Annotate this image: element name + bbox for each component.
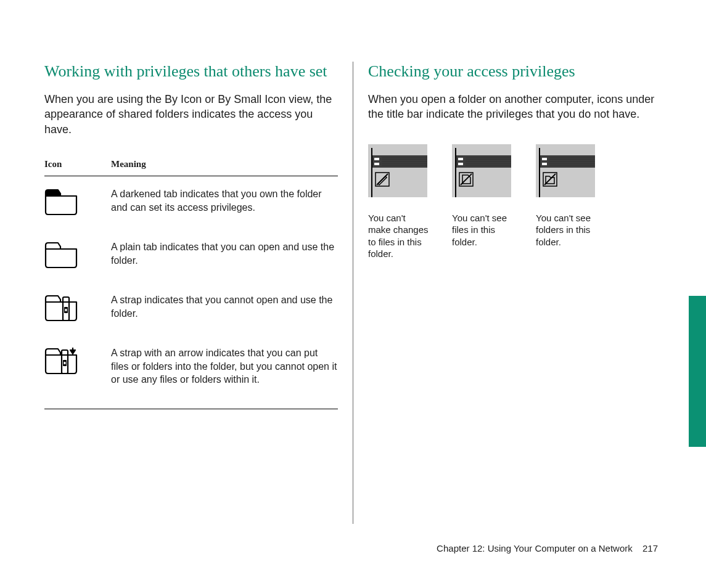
table-row: A strap indicates that you cannot open a…: [44, 282, 338, 335]
table-row: A darkened tab indicates that you own th…: [44, 176, 338, 230]
meaning-cell: A plain tab indicates that you can open …: [111, 229, 338, 282]
privilege-caption: You can't see files in this folder.: [452, 212, 514, 248]
svg-rect-2: [65, 309, 67, 311]
privilege-item: You can't see files in this folder.: [452, 144, 514, 260]
svg-rect-9: [374, 158, 379, 160]
svg-rect-22: [458, 163, 463, 165]
chapter-title: Chapter 12: Using Your Computer on a Net…: [437, 543, 633, 553]
intro-text-left: When you are using the By Icon or By Sma…: [44, 92, 338, 137]
icon-cell: [44, 282, 111, 335]
icon-cell: [44, 335, 111, 409]
intro-text-right: When you open a folder on another comput…: [368, 92, 662, 122]
section-heading-right: Checking your access privileges: [368, 62, 662, 81]
privilege-icons-row: You can't make changes to files in this …: [368, 144, 662, 260]
privilege-caption: You can't see folders in this folder.: [536, 212, 597, 248]
content-columns: Working with privileges that others have…: [0, 0, 706, 524]
page: Working with privileges that others have…: [0, 0, 706, 588]
icon-cell: [44, 176, 111, 230]
icon-cell: [44, 229, 111, 282]
meaning-cell: A strap indicates that you cannot open a…: [111, 282, 338, 335]
section-thumb-tab: [689, 296, 706, 447]
right-column: Checking your access privileges When you…: [353, 62, 662, 524]
folder-strap-arrow-icon: [44, 346, 78, 375]
svg-rect-5: [64, 362, 66, 364]
svg-rect-10: [374, 163, 379, 165]
privilege-item: You can't see folders in this folder.: [536, 144, 597, 260]
meaning-cell: A strap with an arrow indicates that you…: [111, 335, 338, 409]
privilege-item: You can't make changes to files in this …: [368, 144, 430, 260]
svg-rect-33: [542, 158, 547, 160]
folder-strap-icon: [44, 293, 78, 322]
folder-plain-tab-icon: [44, 240, 78, 269]
column-header-meaning: Meaning: [111, 159, 338, 176]
folder-dark-tab-icon: [44, 187, 78, 216]
section-heading-left: Working with privileges that others have…: [44, 62, 338, 81]
left-column: Working with privileges that others have…: [44, 62, 353, 524]
icon-meaning-table: Icon Meaning A darkened tab indicates th…: [44, 159, 338, 409]
page-footer: Chapter 12: Using Your Computer on a Net…: [437, 543, 658, 553]
table-row: A plain tab indicates that you can open …: [44, 229, 338, 282]
svg-rect-21: [458, 158, 463, 160]
column-header-icon: Icon: [44, 159, 111, 176]
page-number: 217: [642, 543, 658, 553]
svg-rect-34: [542, 163, 547, 165]
meaning-cell: A darkened tab indicates that you own th…: [111, 176, 338, 230]
no-files-window-icon: [452, 144, 511, 197]
privilege-caption: You can't make changes to files in this …: [368, 212, 430, 260]
no-changes-window-icon: [368, 144, 427, 197]
table-row: A strap with an arrow indicates that you…: [44, 335, 338, 409]
no-folders-window-icon: [536, 144, 595, 197]
